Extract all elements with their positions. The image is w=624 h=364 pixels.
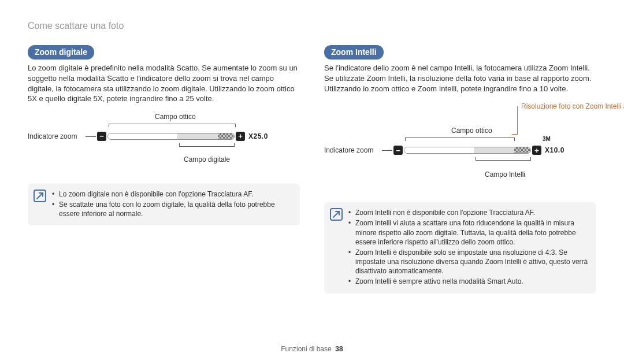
bracket-campo-digitale — [179, 143, 235, 147]
zoom-bar-optical-r — [404, 147, 474, 153]
page-title: Come scattare una foto — [28, 20, 596, 32]
label-campo-ottico-r: Campo ottico — [451, 126, 492, 135]
zoom-intelli-heading: Zoom Intelli — [324, 45, 384, 60]
footer-page-number: 38 — [335, 345, 343, 353]
note-item: Se scattate una foto con lo zoom digital… — [52, 200, 293, 218]
label-indicatore-zoom: Indicatore zoom — [28, 132, 77, 141]
zoom-plus-icon-r: + — [532, 146, 541, 155]
note-item: Lo zoom digitale non è disponibile con l… — [52, 190, 293, 199]
lead-indicatore — [86, 136, 96, 137]
zoom-bar-row-r: − + X10.0 — [393, 146, 590, 155]
zoom-plus-icon: + — [236, 132, 245, 141]
zoom-bar-shade-r — [474, 147, 514, 153]
right-column: Zoom Intelli Se l'indicatore dello zoom … — [324, 45, 596, 294]
zoom-bar-intelli-r — [514, 147, 530, 153]
note-item: Zoom Intelli vi aiuta a scattare una fot… — [348, 218, 589, 247]
zoom-digitale-paragraph: Lo zoom digitale è predefinito nella mod… — [28, 63, 300, 103]
zoom-value-r: X10.0 — [545, 146, 564, 155]
zoom-bar-r — [404, 147, 531, 154]
bracket-campo-intelli — [476, 157, 531, 161]
zoom-digitale-diagram: Campo ottico Indicatore zoom − + X25.0 C… — [28, 112, 300, 176]
bracket-campo-ottico-r — [405, 138, 515, 141]
label-indicatore-zoom-r: Indicatore zoom — [324, 146, 373, 155]
footer-section: Funzioni di base — [281, 345, 331, 353]
zoom-bar-optical — [108, 133, 177, 139]
zoom-bar-shade — [177, 133, 218, 139]
page-footer: Funzioni di base 38 — [0, 344, 624, 354]
zoom-digitale-heading: Zoom digitale — [28, 45, 94, 60]
lead-risoluzione-v — [517, 106, 518, 134]
zoom-bar-digital — [218, 133, 234, 139]
note-icon — [34, 190, 46, 202]
note-item: Zoom Intelli è disponibile solo se impos… — [348, 248, 589, 276]
note-item: Zoom Intelli non è disponibile con l'opz… — [348, 208, 589, 217]
lead-indicatore-r — [382, 150, 392, 151]
zoom-digitale-notes: Lo zoom digitale non è disponibile con l… — [28, 184, 300, 226]
content-columns: Zoom digitale Lo zoom digitale è predefi… — [28, 45, 596, 294]
zoom-intelli-paragraph: Se l'indicatore dello zoom è nel campo I… — [324, 63, 596, 94]
zoom-value: X25.0 — [248, 132, 268, 141]
zoom-minus-icon-r: − — [393, 146, 403, 155]
lead-risoluzione-h — [512, 134, 518, 135]
note-item: Zoom Intelli è sempre attivo nella modal… — [348, 277, 589, 286]
label-risoluzione: Risoluzione foto con Zoom Intelli attiva… — [521, 102, 596, 111]
note-list: Lo zoom digitale non è disponibile con l… — [52, 190, 293, 220]
note-list-r: Zoom Intelli non è disponibile con l'opz… — [348, 208, 589, 288]
note-icon-r — [330, 208, 343, 221]
zoom-minus-icon: − — [97, 132, 106, 141]
resolution-3m: 3M — [543, 135, 551, 143]
zoom-bar-row: − + X25.0 — [97, 132, 288, 141]
label-campo-digitale: Campo digitale — [184, 155, 230, 164]
label-campo-intelli: Campo Intelli — [485, 170, 525, 179]
zoom-intelli-notes: Zoom Intelli non è disponibile con l'opz… — [324, 202, 596, 294]
zoom-bar — [107, 133, 235, 140]
bracket-campo-ottico — [109, 124, 236, 127]
zoom-intelli-diagram: Risoluzione foto con Zoom Intelli attiva… — [324, 102, 596, 194]
left-column: Zoom digitale Lo zoom digitale è predefi… — [28, 45, 300, 294]
label-campo-ottico: Campo ottico — [155, 112, 196, 121]
